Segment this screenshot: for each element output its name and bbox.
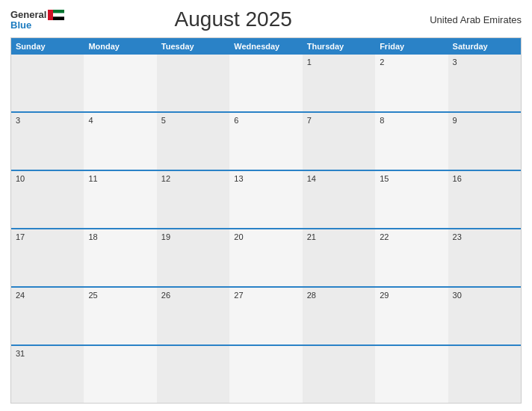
week-row-4: 17 18 19 20 21 22 23 [11,228,521,286]
week-row-3: 10 11 12 13 14 15 16 [11,170,521,228]
header-sunday: Sunday [11,38,84,55]
day-cell: 7 [303,113,375,170]
day-cell [157,346,229,403]
header-monday: Monday [84,38,156,55]
week-row-1: 1 2 3 [11,55,521,111]
day-cell: 27 [229,288,302,344]
day-cell [11,55,84,111]
day-cell [303,346,375,403]
country-label: United Arab Emirates [402,14,522,25]
day-cell: 3 [448,55,521,111]
day-cell [84,346,156,403]
day-cell: 3 [11,113,84,170]
day-cell: 6 [229,113,302,170]
day-cell: 17 [11,229,84,286]
day-cell: 25 [84,288,156,344]
month-title: August 2025 [64,7,402,31]
day-cell: 16 [448,171,521,228]
day-headers-row: Sunday Monday Tuesday Wednesday Thursday… [11,38,521,55]
day-cell: 13 [229,171,302,228]
logo: General Blue [10,10,64,30]
day-cell: 28 [303,288,375,344]
day-cell: 11 [84,171,156,228]
day-cell: 12 [157,171,229,228]
header-tuesday: Tuesday [157,38,229,55]
day-cell: 4 [84,113,156,170]
day-cell: 24 [11,288,84,344]
day-cell: 23 [448,229,521,286]
logo-general-text: General [10,10,46,19]
day-cell: 14 [303,171,375,228]
header-saturday: Saturday [448,38,521,55]
day-cell: 10 [11,171,84,228]
day-cell: 15 [375,171,448,228]
day-cell: 18 [84,229,156,286]
day-cell: 8 [375,113,448,170]
day-cell: 1 [303,55,375,111]
logo-flag-icon [48,10,64,20]
day-cell: 30 [448,288,521,344]
week-row-5: 24 25 26 27 28 29 30 [11,286,521,344]
day-cell: 20 [229,229,302,286]
day-cell [157,55,229,111]
day-cell: 26 [157,288,229,344]
day-cell: 29 [375,288,448,344]
header-thursday: Thursday [303,38,375,55]
header: General Blue August 2025 United Arab Emi… [10,7,522,31]
day-cell: 19 [157,229,229,286]
day-cell [448,346,521,403]
calendar-grid: Sunday Monday Tuesday Wednesday Thursday… [10,37,522,404]
svg-rect-3 [48,10,53,20]
week-row-2: 3 4 5 6 7 8 9 [11,111,521,170]
weeks-container: 1 2 3 3 4 5 6 7 8 9 10 11 12 13 14 15 [11,55,521,403]
day-cell: 9 [448,113,521,170]
logo-blue-text: Blue [10,20,31,30]
day-cell: 22 [375,229,448,286]
day-cell [84,55,156,111]
day-cell: 21 [303,229,375,286]
day-cell: 5 [157,113,229,170]
header-friday: Friday [375,38,448,55]
day-cell [229,346,302,403]
day-cell: 31 [11,346,84,403]
calendar-page: General Blue August 2025 United Arab Emi… [0,0,532,411]
day-cell [375,346,448,403]
week-row-6: 31 [11,344,521,403]
day-cell [229,55,302,111]
header-wednesday: Wednesday [229,38,302,55]
day-cell: 2 [375,55,448,111]
